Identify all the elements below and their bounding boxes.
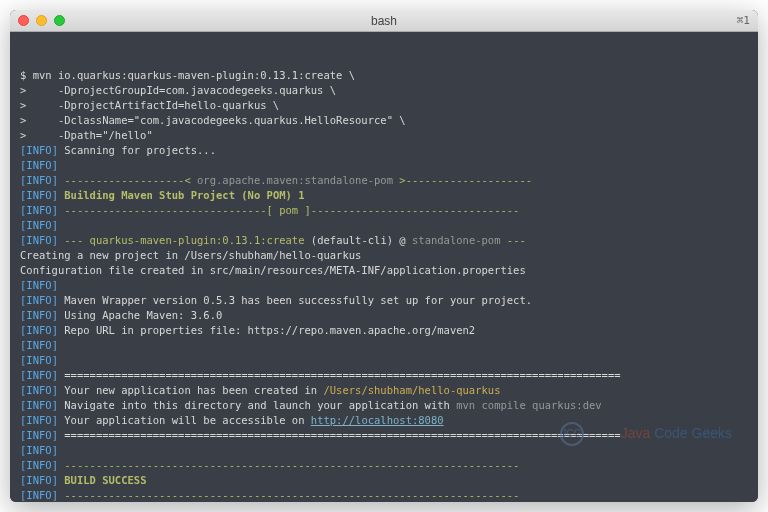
- terminal-line: [INFO] --------------------------------[…: [20, 203, 748, 218]
- terminal-line: [INFO] --- quarkus-maven-plugin:0.13.1:c…: [20, 233, 748, 248]
- terminal-line: [INFO] ---------------------------------…: [20, 458, 748, 473]
- terminal-line: [INFO] -------------------< org.apache.m…: [20, 173, 748, 188]
- terminal-line: > -DclassName="com.javacodegeeks.quarkus…: [20, 113, 748, 128]
- terminal-line: [INFO]: [20, 158, 748, 173]
- minimize-icon[interactable]: [36, 15, 47, 26]
- titlebar[interactable]: bash ⌘1: [10, 10, 758, 32]
- titlebar-indicator: ⌘1: [737, 14, 750, 27]
- terminal-line: [INFO] Using Apache Maven: 3.6.0: [20, 308, 748, 323]
- terminal-line: [INFO] =================================…: [20, 368, 748, 383]
- terminal-line: > -Dpath="/hello": [20, 128, 748, 143]
- terminal-line: [INFO] Your new application has been cre…: [20, 383, 748, 398]
- terminal-body[interactable]: $ mvn io.quarkus:quarkus-maven-plugin:0.…: [10, 32, 758, 502]
- terminal-line: $ mvn io.quarkus:quarkus-maven-plugin:0.…: [20, 68, 748, 83]
- terminal-line: [INFO] ---------------------------------…: [20, 488, 748, 502]
- watermark-logo-icon: JCG: [560, 422, 584, 446]
- terminal-line: [INFO]: [20, 338, 748, 353]
- terminal-line: [INFO] Repo URL in properties file: http…: [20, 323, 748, 338]
- terminal-line: Configuration file created in src/main/r…: [20, 263, 748, 278]
- terminal-line: [INFO] Building Maven Stub Project (No P…: [20, 188, 748, 203]
- terminal-line: [INFO]: [20, 353, 748, 368]
- terminal-line: [INFO] BUILD SUCCESS: [20, 473, 748, 488]
- watermark: JCG Java Code Geeks: [560, 411, 732, 456]
- terminal-window: bash ⌘1 $ mvn io.quarkus:quarkus-maven-p…: [10, 10, 758, 502]
- terminal-line: > -DprojectArtifactId=hello-quarkus \: [20, 98, 748, 113]
- terminal-line: > -DprojectGroupId=com.javacodegeeks.qua…: [20, 83, 748, 98]
- terminal-line: [INFO]: [20, 278, 748, 293]
- terminal-line: [INFO] Scanning for projects...: [20, 143, 748, 158]
- terminal-line: [INFO] Maven Wrapper version 0.5.3 has b…: [20, 293, 748, 308]
- traffic-lights: [18, 15, 65, 26]
- terminal-line: [INFO]: [20, 218, 748, 233]
- zoom-icon[interactable]: [54, 15, 65, 26]
- window-title: bash: [10, 14, 758, 28]
- watermark-text: Java Code Geeks: [590, 411, 732, 456]
- close-icon[interactable]: [18, 15, 29, 26]
- terminal-line: Creating a new project in /Users/shubham…: [20, 248, 748, 263]
